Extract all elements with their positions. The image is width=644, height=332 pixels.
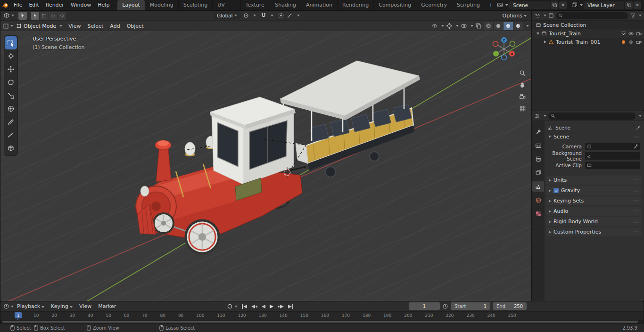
panel-rigid-body-world[interactable]: Rigid Body World∷∷	[546, 217, 642, 226]
gravity-checkbox[interactable]	[553, 188, 559, 193]
mode-dropdown[interactable]: Object Mode	[13, 21, 65, 31]
properties-search-box[interactable]	[548, 113, 636, 120]
gizmos-icon[interactable]	[446, 23, 453, 29]
scene-panel-header[interactable]: Scene ∷∷	[545, 132, 643, 141]
tool-select-box-button[interactable]	[5, 36, 17, 49]
outliner-editor-type-icon[interactable]	[534, 13, 540, 19]
viewport-grid-editor-icon[interactable]	[3, 23, 9, 29]
object-visibility-icon[interactable]	[431, 23, 438, 29]
panel-custom-properties[interactable]: Custom Properties∷∷	[546, 227, 642, 236]
outliner-row-collection[interactable]: Tourist_Train	[532, 29, 644, 38]
properties-options-chevron-icon[interactable]	[639, 115, 642, 117]
navigation-gizmo[interactable]: Z X	[491, 36, 517, 62]
select-mode-box-button[interactable]	[40, 12, 48, 20]
workspace-tab[interactable]: Texture Paint	[240, 0, 270, 10]
tab-output-icon[interactable]	[532, 154, 544, 164]
panel-audio[interactable]: Audio∷∷	[546, 207, 642, 216]
viewport-editor-type-icon[interactable]	[3, 12, 10, 19]
properties-search-input[interactable]	[557, 113, 633, 119]
play-button[interactable]	[270, 305, 273, 308]
auto-key-button[interactable]	[227, 303, 238, 309]
perspective-toggle-icon[interactable]	[517, 103, 528, 113]
scene-browse-chevron-icon[interactable]	[505, 4, 508, 6]
new-scene-button[interactable]	[551, 1, 558, 9]
pin-icon[interactable]	[636, 125, 641, 130]
view-layer-browse-icon[interactable]	[571, 2, 578, 8]
workspace-tab[interactable]: Compositing	[373, 0, 416, 10]
outliner-search-input[interactable]	[565, 13, 626, 18]
view-layer-chevron-icon[interactable]	[580, 4, 583, 6]
playback-menu[interactable]: Playback	[14, 301, 48, 311]
shading-material-preview-button[interactable]	[504, 22, 513, 30]
tool-move-button[interactable]	[5, 63, 17, 76]
active-clip-field[interactable]	[585, 162, 640, 169]
select-mode-tweak-button[interactable]	[31, 12, 39, 20]
end-frame-field[interactable]: End250	[493, 302, 527, 310]
shading-rendered-button[interactable]	[513, 22, 523, 30]
panel-gravity[interactable]: Gravity∷∷	[546, 186, 642, 195]
workspace-tab[interactable]: Shading	[270, 0, 301, 10]
workspace-tab[interactable]: Layout	[117, 0, 144, 10]
marker-menu[interactable]: Marker	[95, 301, 119, 311]
camera-view-icon[interactable]	[517, 91, 528, 102]
blender-logo-icon[interactable]	[0, 0, 10, 10]
properties-editor-chevron-icon[interactable]	[544, 115, 546, 117]
workspace-tab[interactable]: Scripting	[452, 0, 485, 10]
timeline-ruler[interactable]: 1020304050607080901001101201301401501601…	[0, 311, 644, 320]
visibility-chevron-icon[interactable]	[441, 25, 444, 27]
shading-solid-button[interactable]	[494, 22, 503, 30]
properties-editor-type-icon[interactable]	[534, 113, 540, 119]
start-frame-field[interactable]: Start1	[451, 302, 490, 310]
collection-exclude-checkbox[interactable]	[621, 31, 626, 36]
tab-world-icon[interactable]	[532, 195, 544, 205]
viewport-canvas[interactable]: User Perspective (1) Scene Collection	[0, 31, 531, 301]
new-view-layer-button[interactable]	[625, 1, 633, 9]
overlays-icon[interactable]	[461, 23, 467, 29]
panel-grip[interactable]: ∷∷	[634, 135, 640, 139]
snap-magnet-icon[interactable]	[260, 12, 267, 19]
select-mode-lasso-button[interactable]	[58, 12, 66, 20]
scene-name-field[interactable]: Scene	[509, 1, 550, 9]
shading-wireframe-button[interactable]	[484, 22, 493, 30]
menu-item[interactable]: File	[10, 0, 25, 10]
tab-tool-icon[interactable]	[532, 127, 544, 137]
panel-keying-sets[interactable]: Keying Sets∷∷	[546, 196, 642, 205]
jump-to-end-button[interactable]	[288, 304, 293, 309]
transform-orientation-dropdown[interactable]: Global	[214, 12, 240, 19]
select-mode-circle-button[interactable]	[49, 12, 57, 20]
disable-render-camera-icon[interactable]	[636, 31, 642, 37]
scene-browse-icon[interactable]	[497, 2, 503, 8]
unlink-scene-button[interactable]: ✕	[559, 1, 567, 9]
play-reverse-button[interactable]	[262, 305, 265, 308]
camera-field[interactable]	[585, 143, 640, 150]
tool-annotate-button[interactable]	[5, 115, 17, 129]
menu-item[interactable]: Help	[94, 0, 113, 10]
menu-item[interactable]: Edit	[25, 0, 42, 10]
outliner-display-mode-icon[interactable]	[548, 13, 554, 18]
workspace-tab[interactable]: Rendering	[337, 0, 373, 10]
outliner-row-scene-collection[interactable]: Scene Collection	[532, 21, 644, 29]
falloff-chevron-icon[interactable]	[297, 15, 300, 16]
data-badge-icon[interactable]	[621, 40, 626, 45]
gizmo-plus-y[interactable]	[493, 51, 499, 57]
timeline-editor-type-icon[interactable]	[3, 303, 9, 309]
workspace-tab[interactable]: Modeling	[145, 0, 178, 10]
editor-type-chevron-icon[interactable]	[11, 15, 14, 16]
next-keyframe-button[interactable]	[278, 305, 284, 308]
tab-render-icon[interactable]	[532, 140, 544, 151]
tab-scene-icon[interactable]	[532, 181, 544, 192]
gizmo-minus-y[interactable]	[510, 41, 515, 47]
proportional-edit-icon[interactable]	[278, 12, 284, 19]
current-frame-field[interactable]: 1	[409, 302, 440, 310]
timeline-scrollbar[interactable]	[2, 321, 638, 323]
workspace-tab[interactable]: Geometry Nodes	[416, 0, 452, 10]
workspace-tab[interactable]: Sculpting	[178, 0, 212, 10]
object-hide-eye-icon[interactable]	[628, 39, 634, 45]
view-layer-name-field[interactable]: View Layer	[584, 1, 624, 9]
tool-rotate-button[interactable]	[5, 76, 17, 89]
pan-hand-icon[interactable]	[517, 80, 528, 90]
eyedropper-icon[interactable]	[633, 144, 638, 149]
snap-chevron-icon[interactable]	[271, 15, 273, 16]
shading-chevron-icon[interactable]	[526, 25, 529, 27]
preview-range-icon[interactable]	[442, 303, 448, 309]
